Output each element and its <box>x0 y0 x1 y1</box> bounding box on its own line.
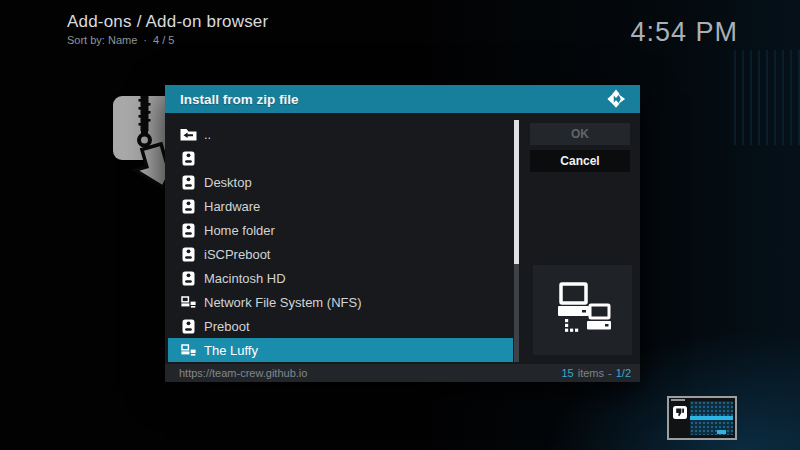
kodi-logo-icon <box>606 89 626 109</box>
list-item[interactable]: Macintosh HD <box>168 266 513 290</box>
list-item-label: Home folder <box>204 223 275 238</box>
status-items-label: items <box>578 367 604 379</box>
pip-cyan-block <box>717 430 726 434</box>
list-item[interactable]: The Luffy <box>168 338 513 362</box>
hard-disk-icon <box>179 223 197 238</box>
list-item[interactable]: Desktop <box>168 170 513 194</box>
ok-button[interactable]: OK <box>530 123 630 145</box>
dialog-titlebar: Install from zip file <box>165 85 640 113</box>
hard-disk-icon <box>179 247 197 262</box>
status-count: 15 items - 1/2 <box>562 367 632 379</box>
list-item[interactable]: Network File System (NFS) <box>168 290 513 314</box>
pip-thumbnail <box>667 396 737 440</box>
sort-by-label: Sort by: Name <box>67 34 137 46</box>
status-path: https://team-crew.github.io <box>179 367 307 379</box>
status-count-number: 15 <box>562 367 574 379</box>
status-dash: - <box>608 367 612 379</box>
scrollbar <box>514 120 519 362</box>
hard-disk-icon <box>179 199 197 214</box>
sort-separator: · <box>143 34 147 46</box>
install-from-zip-dialog: Install from zip file .. Desktop Hardwar… <box>165 85 640 382</box>
clock: 4:54 PM <box>630 17 738 48</box>
breadcrumb: Add-ons / Add-on browser <box>67 12 268 32</box>
background-streaks <box>734 50 800 145</box>
list-item[interactable]: iSCPreboot <box>168 242 513 266</box>
hard-disk-icon <box>179 175 197 190</box>
network-computers-icon <box>554 282 612 338</box>
list-item-label: Macintosh HD <box>204 271 286 286</box>
network-icon <box>179 296 197 308</box>
hard-disk-icon <box>179 271 197 286</box>
pip-mini-text <box>671 399 685 401</box>
file-list: .. Desktop Hardware Home folder iSCPrebo… <box>168 122 513 362</box>
list-item-label: Preboot <box>204 319 250 334</box>
list-item-label: Desktop <box>204 175 252 190</box>
list-item[interactable]: Hardware <box>168 194 513 218</box>
status-page: 1/2 <box>616 367 631 379</box>
list-item-label: Network File System (NFS) <box>204 295 361 310</box>
status-bar: https://team-crew.github.io 15 items - 1… <box>165 364 640 382</box>
list-item-label: The Luffy <box>204 343 258 358</box>
list-item[interactable] <box>168 146 513 170</box>
hard-disk-icon <box>179 151 197 166</box>
thumbs-down-icon <box>673 405 687 418</box>
cancel-button[interactable]: Cancel <box>530 150 630 172</box>
dialog-title: Install from zip file <box>180 92 299 107</box>
pip-highlight-stripe <box>690 416 733 420</box>
preview-panel <box>533 265 632 355</box>
list-item[interactable]: .. <box>168 122 513 146</box>
item-position: 4 / 5 <box>153 34 174 46</box>
list-item-label: Hardware <box>204 199 260 214</box>
parent-folder-icon <box>179 128 197 141</box>
network-icon <box>179 344 197 356</box>
pip-content <box>669 398 735 438</box>
list-item[interactable]: Home folder <box>168 218 513 242</box>
sort-info: Sort by: Name · 4 / 5 <box>67 34 174 46</box>
list-item-label: iSCPreboot <box>204 247 270 262</box>
list-item-label: .. <box>204 127 211 142</box>
scrollbar-thumb[interactable] <box>514 120 519 264</box>
kodi-screen: Add-ons / Add-on browser Sort by: Name ·… <box>0 0 800 450</box>
pip-screen-area <box>690 401 733 435</box>
list-item[interactable]: Preboot <box>168 314 513 338</box>
hard-disk-icon <box>179 319 197 334</box>
